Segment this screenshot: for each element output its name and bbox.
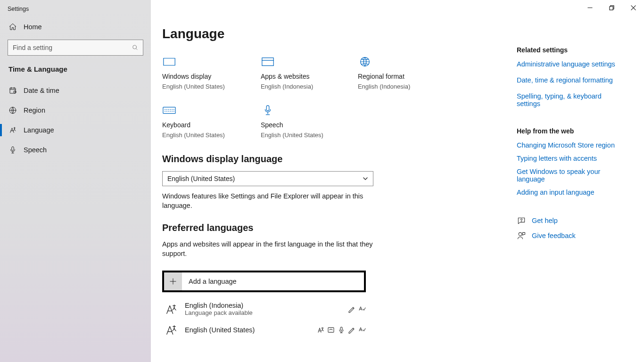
- give-feedback-link[interactable]: Give feedback: [517, 231, 624, 240]
- related-heading: Related settings: [517, 46, 624, 54]
- handwriting-icon: [348, 305, 355, 313]
- sidebar-item-region[interactable]: Region: [0, 100, 151, 120]
- card-value: English (Indonesia): [358, 83, 419, 90]
- svg-rect-5: [609, 6, 612, 9]
- sidebar-item-label: Language: [24, 126, 54, 134]
- sidebar-section: Time & Language: [0, 61, 151, 81]
- keyboard-icon: [162, 104, 176, 116]
- help-link[interactable]: Get Windows to speak your language: [517, 168, 624, 183]
- svg-rect-12: [340, 327, 342, 330]
- card-keyboard[interactable]: Keyboard English (United States): [162, 102, 225, 140]
- pref-feature-icons: [348, 305, 366, 313]
- close-button[interactable]: [622, 0, 644, 15]
- card-windows-display[interactable]: Windows display English (United States): [162, 54, 225, 92]
- card-value: English (United States): [261, 132, 323, 139]
- related-link[interactable]: Spelling, typing, & keyboard settings: [517, 92, 624, 107]
- sidebar-item-datetime[interactable]: Date & time: [0, 81, 151, 100]
- language-a-icon: [164, 303, 178, 315]
- get-help-link[interactable]: Get help: [517, 216, 624, 225]
- mic-icon: [338, 326, 345, 334]
- svg-rect-9: [163, 107, 175, 113]
- mic-icon: [261, 104, 275, 116]
- card-label: Speech: [261, 121, 323, 129]
- get-help-label: Get help: [532, 217, 558, 224]
- sidebar-item-language[interactable]: Language: [0, 120, 151, 140]
- related-link[interactable]: Administrative language settings: [517, 60, 624, 68]
- app-title: Settings: [0, 4, 151, 18]
- language-a-icon: [8, 126, 17, 134]
- help-heading: Help from the web: [517, 127, 624, 135]
- sidebar: Settings Home Time & Language Date & tim…: [0, 0, 151, 362]
- help-link[interactable]: Adding an input language: [517, 189, 624, 196]
- language-a-icon: [164, 324, 178, 336]
- related-link[interactable]: Date, time & regional formatting: [517, 76, 624, 84]
- svg-point-13: [521, 222, 522, 222]
- language-cards: Windows display English (United States) …: [162, 54, 426, 140]
- card-regional-format[interactable]: Regional format English (Indonesia): [358, 54, 419, 92]
- sidebar-item-label: Speech: [24, 146, 47, 154]
- calendar-icon: [8, 86, 17, 95]
- handwriting-icon: [348, 326, 355, 334]
- preferred-note: Apps and websites will appear in the fir…: [162, 240, 373, 258]
- pref-feature-icons: [317, 326, 366, 334]
- help-link[interactable]: Typing letters with accents: [517, 155, 624, 162]
- help-link[interactable]: Changing Microsoft Store region: [517, 141, 624, 149]
- home-icon: [8, 23, 17, 31]
- chevron-down-icon: [363, 176, 368, 181]
- card-label: Windows display: [162, 73, 225, 80]
- add-language-button[interactable]: Add a language: [162, 271, 366, 292]
- globe-icon: [358, 56, 372, 68]
- window-icon: [261, 56, 275, 68]
- globe-icon: [8, 106, 17, 115]
- pref-sub: Language pack available: [185, 309, 341, 316]
- preferred-heading: Preferred languages: [162, 222, 496, 233]
- display-language-dropdown[interactable]: English (United States): [162, 171, 373, 186]
- search-input[interactable]: [8, 40, 143, 56]
- svg-rect-10: [266, 106, 269, 111]
- sidebar-nav: Date & time Region Language Speech: [0, 81, 151, 160]
- pref-name: English (Indonesia): [185, 302, 341, 309]
- home-button[interactable]: Home: [0, 18, 151, 36]
- window-controls: [579, 0, 644, 15]
- home-label: Home: [24, 23, 42, 31]
- card-value: English (Indonesia): [261, 83, 322, 90]
- svg-point-14: [519, 232, 522, 236]
- card-speech[interactable]: Speech English (United States): [261, 102, 323, 140]
- card-apps-websites[interactable]: Apps & websites English (Indonesia): [261, 54, 322, 92]
- sidebar-item-speech[interactable]: Speech: [0, 140, 151, 160]
- sidebar-item-label: Region: [24, 107, 45, 114]
- plus-icon: [164, 272, 182, 290]
- right-panel: Related settings Administrative language…: [509, 0, 632, 362]
- add-language-label: Add a language: [189, 278, 237, 285]
- sidebar-item-label: Date & time: [24, 87, 59, 94]
- pref-name: English (United States): [185, 326, 310, 334]
- content: Language Windows display English (United…: [151, 0, 509, 362]
- minimize-button[interactable]: [579, 0, 601, 15]
- card-value: English (United States): [162, 83, 225, 90]
- spellcheck-icon: [358, 305, 366, 313]
- svg-rect-6: [164, 58, 175, 66]
- maximize-button[interactable]: [601, 0, 622, 15]
- card-label: Regional format: [358, 73, 419, 80]
- spellcheck-icon: [358, 326, 366, 334]
- search-icon: [132, 44, 138, 51]
- feedback-icon: [517, 231, 526, 240]
- card-label: Keyboard: [162, 121, 225, 129]
- mic-icon: [8, 146, 17, 154]
- pref-language-item[interactable]: English (Indonesia) Language pack availa…: [162, 298, 368, 320]
- dropdown-value: English (United States): [167, 175, 235, 182]
- monitor-icon: [162, 56, 176, 68]
- svg-rect-7: [262, 58, 273, 66]
- svg-rect-11: [328, 328, 334, 332]
- svg-rect-4: [12, 147, 14, 150]
- card-label: Apps & websites: [261, 73, 322, 80]
- chat-help-icon: [517, 216, 526, 225]
- pref-language-item[interactable]: English (United States): [162, 320, 368, 340]
- search-wrap: [0, 36, 151, 61]
- tts-box-icon: [327, 326, 335, 334]
- language-a-icon: [317, 326, 324, 334]
- search-text[interactable]: [13, 44, 132, 51]
- display-lang-heading: Windows display language: [162, 154, 496, 165]
- card-value: English (United States): [162, 132, 225, 139]
- give-feedback-label: Give feedback: [532, 232, 576, 239]
